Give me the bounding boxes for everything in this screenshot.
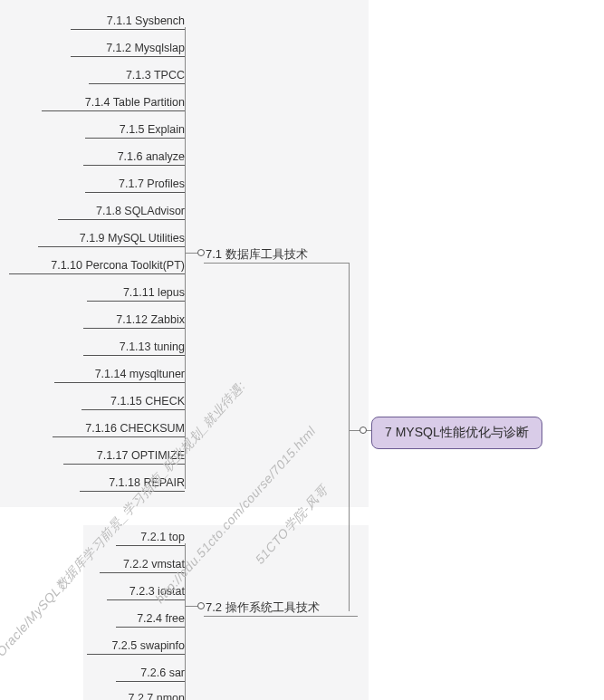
connector-line (204, 616, 358, 617)
connector-line (349, 263, 350, 611)
leaf-label: 7.1.1 Sysbench (107, 14, 185, 27)
branch-text: 7.2 操作系统工具技术 (206, 600, 320, 614)
leaf-label: 7.1.15 CHECK (110, 395, 185, 408)
junction-circle-icon (197, 602, 205, 609)
leaf-label: 7.1.17 OPTIMIZE (97, 449, 185, 462)
leaf-node[interactable]: 7.1.17 OPTIMIZE (63, 449, 185, 465)
leaf-label: 7.1.10 Percona Toolkit(PT) (51, 259, 185, 272)
leaf-label: 7.1.14 mysqltuner (95, 368, 185, 380)
branch-label-7-1[interactable]: 7.1 数据库工具技术 (206, 246, 308, 263)
leaf-label: 7.2.2 vmstat (123, 558, 185, 571)
root-node-label: 7 MYSQL性能优化与诊断 (385, 425, 529, 439)
branch-label-7-2[interactable]: 7.2 操作系统工具技术 (206, 599, 320, 616)
leaf-node[interactable]: 7.2.5 swapinfo (87, 639, 185, 655)
connector-line (185, 543, 186, 700)
leaf-node[interactable]: 7.1.11 lepus (87, 286, 185, 302)
leaf-label: 7.1.5 Explain (120, 123, 185, 136)
leaf-node[interactable]: 7.1.4 Table Partition (42, 96, 185, 111)
leaf-label: 7.1.2 Mysqlslap (106, 42, 185, 54)
connector-line (185, 27, 186, 489)
leaf-label: 7.2.7 nmon (128, 692, 185, 700)
leaf-label: 7.1.13 tuning (120, 340, 185, 353)
junction-circle-icon (197, 249, 205, 256)
leaf-node[interactable]: 7.1.1 Sysbench (71, 14, 185, 30)
leaf-node[interactable]: 7.1.18 REPAIR (80, 476, 185, 492)
leaf-node[interactable]: 7.1.16 CHECKSUM (53, 422, 185, 437)
leaf-node[interactable]: 7.1.12 Zabbix (83, 313, 185, 329)
leaf-label: 7.2.5 swapinfo (111, 639, 185, 652)
leaf-node[interactable]: 7.1.3 TPCC (89, 69, 185, 84)
leaf-label: 7.1.16 CHECKSUM (85, 422, 185, 435)
leaf-node[interactable]: 7.1.14 mysqltuner (54, 368, 185, 383)
leaf-node[interactable]: 7.1.8 SQLAdvisor (58, 205, 185, 220)
leaf-node[interactable]: 7.2.7 nmon (103, 692, 185, 700)
leaf-label: 7.2.3 iostat (129, 585, 185, 598)
leaf-node[interactable]: 7.2.2 vmstat (100, 558, 185, 573)
leaf-node[interactable]: 7.1.5 Explain (85, 123, 185, 139)
leaf-label: 7.1.3 TPCC (126, 69, 185, 82)
leaf-node[interactable]: 7.2.1 top (116, 531, 185, 546)
leaf-label: 7.1.11 lepus (123, 286, 185, 299)
leaf-label: 7.1.7 Profiles (119, 177, 185, 190)
leaf-label: 7.1.9 MySQL Utilities (80, 232, 185, 245)
leaf-label: 7.1.6 analyze (118, 150, 185, 163)
leaf-node[interactable]: 7.1.15 CHECK (81, 395, 185, 410)
leaf-label: 7.2.4 free (137, 612, 185, 625)
leaf-node[interactable]: 7.1.2 Mysqlslap (71, 42, 185, 57)
leaf-node[interactable]: 7.1.9 MySQL Utilities (38, 232, 185, 247)
leaf-node[interactable]: 7.2.6 sar (116, 666, 185, 682)
leaf-label: 7.2.6 sar (140, 666, 185, 679)
leaf-node[interactable]: 7.2.4 free (116, 612, 185, 628)
root-node[interactable]: 7 MYSQL性能优化与诊断 (371, 417, 542, 449)
leaf-label: 7.1.18 REPAIR (109, 476, 185, 489)
leaf-node[interactable]: 7.1.10 Percona Toolkit(PT) (9, 259, 185, 274)
branch-text: 7.1 数据库工具技术 (206, 247, 308, 261)
junction-circle-icon (360, 427, 367, 434)
leaf-node[interactable]: 7.2.3 iostat (107, 585, 185, 600)
leaf-label: 7.1.8 SQLAdvisor (96, 205, 185, 217)
leaf-label: 7.1.12 Zabbix (116, 313, 185, 326)
connector-line (204, 263, 349, 264)
leaf-node[interactable]: 7.1.6 analyze (83, 150, 185, 166)
leaf-node[interactable]: 7.1.13 tuning (83, 340, 185, 356)
leaf-label: 7.2.1 top (140, 531, 185, 543)
leaf-node[interactable]: 7.1.7 Profiles (85, 177, 185, 193)
leaf-label: 7.1.4 Table Partition (85, 96, 185, 109)
